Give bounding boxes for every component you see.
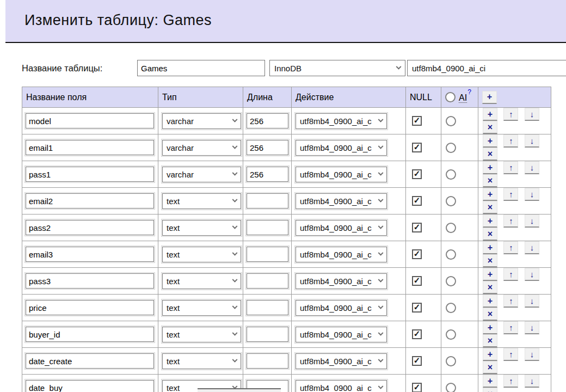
- add-field-header-button[interactable]: +: [482, 91, 497, 104]
- null-checkbox[interactable]: ✓: [412, 383, 422, 392]
- add-field-button[interactable]: +: [483, 188, 497, 201]
- field-length-input[interactable]: [247, 300, 288, 315]
- move-down-button[interactable]: ↓: [525, 375, 539, 388]
- ai-radio[interactable]: [446, 249, 456, 260]
- field-length-input[interactable]: [247, 140, 288, 155]
- ai-radio[interactable]: [446, 196, 456, 206]
- field-type-select[interactable]: text: [162, 300, 241, 316]
- field-name-input[interactable]: [26, 167, 154, 182]
- field-type-select[interactable]: text: [162, 273, 241, 289]
- add-field-button[interactable]: +: [483, 241, 497, 254]
- null-checkbox[interactable]: ✓: [412, 116, 422, 126]
- remove-field-button[interactable]: ×: [483, 361, 497, 374]
- field-length-input[interactable]: [247, 247, 288, 262]
- remove-field-button[interactable]: ×: [483, 174, 497, 187]
- add-field-button[interactable]: +: [483, 161, 497, 174]
- field-collation-select[interactable]: utf8mb4_0900_ai_c: [296, 140, 387, 156]
- field-name-input[interactable]: [26, 113, 154, 128]
- field-name-input[interactable]: [26, 300, 154, 315]
- remove-field-button[interactable]: ×: [483, 308, 497, 321]
- cropped-bottom-control[interactable]: [198, 388, 281, 392]
- field-length-input[interactable]: [247, 220, 288, 235]
- field-length-input[interactable]: [247, 273, 288, 289]
- move-up-button[interactable]: ↑: [503, 108, 518, 121]
- move-up-button[interactable]: ↑: [503, 321, 518, 334]
- field-type-select[interactable]: varchar: [162, 167, 241, 182]
- ai-help-link[interactable]: ?: [467, 88, 471, 96]
- add-field-button[interactable]: +: [483, 321, 497, 334]
- remove-field-button[interactable]: ×: [483, 148, 497, 161]
- ai-radio[interactable]: [446, 169, 456, 180]
- null-checkbox[interactable]: ✓: [412, 223, 422, 232]
- null-checkbox[interactable]: ✓: [412, 303, 422, 313]
- move-down-button[interactable]: ↓: [525, 295, 539, 308]
- null-checkbox[interactable]: ✓: [412, 249, 422, 259]
- remove-field-button[interactable]: ×: [483, 254, 497, 267]
- ai-radio[interactable]: [446, 383, 456, 392]
- field-length-input[interactable]: [247, 167, 288, 182]
- move-up-button[interactable]: ↑: [503, 241, 518, 254]
- add-field-button[interactable]: +: [483, 108, 497, 121]
- null-checkbox[interactable]: ✓: [412, 169, 422, 179]
- field-collation-select[interactable]: utf8mb4_0900_ai_c: [296, 273, 387, 289]
- move-up-button[interactable]: ↑: [503, 161, 518, 174]
- null-checkbox[interactable]: ✓: [412, 143, 422, 152]
- ai-radio[interactable]: [446, 276, 456, 286]
- move-down-button[interactable]: ↓: [525, 268, 539, 281]
- field-collation-select[interactable]: utf8mb4_0900_ai_c: [296, 380, 387, 392]
- add-field-button[interactable]: +: [483, 215, 497, 228]
- null-checkbox[interactable]: ✓: [412, 356, 422, 366]
- remove-field-button[interactable]: ×: [483, 281, 497, 294]
- move-down-button[interactable]: ↓: [525, 108, 539, 121]
- collation-select[interactable]: utf8mb4_0900_ai_ci: [407, 60, 566, 76]
- field-type-select[interactable]: text: [162, 353, 241, 369]
- remove-field-button[interactable]: ×: [483, 388, 497, 392]
- move-down-button[interactable]: ↓: [525, 188, 539, 201]
- move-down-button[interactable]: ↓: [525, 348, 539, 361]
- remove-field-button[interactable]: ×: [483, 228, 497, 241]
- null-checkbox[interactable]: ✓: [412, 329, 422, 339]
- field-name-input[interactable]: [26, 193, 154, 209]
- field-type-select[interactable]: varchar: [162, 140, 241, 156]
- add-field-button[interactable]: +: [483, 268, 497, 281]
- null-checkbox[interactable]: ✓: [412, 276, 422, 286]
- add-field-button[interactable]: +: [483, 295, 497, 308]
- field-type-select[interactable]: varchar: [162, 113, 241, 129]
- field-type-select[interactable]: text: [162, 193, 241, 209]
- field-type-select[interactable]: text: [162, 220, 241, 236]
- null-checkbox[interactable]: ✓: [412, 196, 422, 206]
- move-up-button[interactable]: ↑: [503, 375, 518, 388]
- move-down-button[interactable]: ↓: [525, 241, 539, 254]
- field-collation-select[interactable]: utf8mb4_0900_ai_c: [296, 193, 387, 209]
- remove-field-button[interactable]: ×: [483, 121, 497, 134]
- move-down-button[interactable]: ↓: [525, 161, 539, 174]
- remove-field-button[interactable]: ×: [483, 201, 497, 214]
- field-length-input[interactable]: [247, 327, 288, 342]
- move-up-button[interactable]: ↑: [503, 348, 518, 361]
- ai-radio[interactable]: [446, 143, 456, 153]
- move-down-button[interactable]: ↓: [525, 321, 539, 334]
- field-name-input[interactable]: [26, 220, 154, 235]
- field-length-input[interactable]: [247, 353, 288, 369]
- ai-radio[interactable]: [446, 356, 456, 366]
- move-down-button[interactable]: ↓: [525, 215, 539, 228]
- field-name-input[interactable]: [26, 273, 154, 289]
- field-name-input[interactable]: [26, 247, 154, 262]
- field-collation-select[interactable]: utf8mb4_0900_ai_c: [296, 220, 387, 236]
- field-name-input[interactable]: [26, 327, 154, 342]
- field-name-input[interactable]: [26, 380, 154, 392]
- field-type-select[interactable]: text: [162, 327, 241, 342]
- field-collation-select[interactable]: utf8mb4_0900_ai_c: [296, 247, 387, 262]
- engine-select[interactable]: InnoDB: [269, 60, 405, 76]
- table-name-input[interactable]: [137, 60, 265, 76]
- ai-radio[interactable]: [446, 223, 456, 233]
- move-up-button[interactable]: ↑: [503, 188, 518, 201]
- field-name-input[interactable]: [26, 353, 154, 369]
- field-collation-select[interactable]: utf8mb4_0900_ai_c: [296, 167, 387, 182]
- move-up-button[interactable]: ↑: [503, 134, 518, 148]
- add-field-button[interactable]: +: [483, 375, 497, 388]
- add-field-button[interactable]: +: [483, 134, 497, 148]
- field-length-input[interactable]: [247, 113, 288, 128]
- add-field-button[interactable]: +: [483, 348, 497, 361]
- field-collation-select[interactable]: utf8mb4_0900_ai_c: [296, 300, 387, 316]
